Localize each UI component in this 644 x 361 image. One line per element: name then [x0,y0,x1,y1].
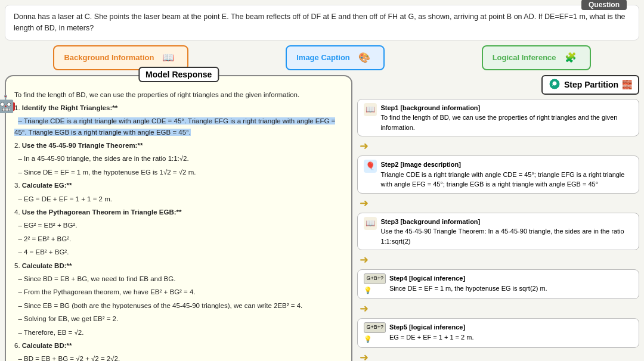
image-icon: 🎨 [355,50,374,66]
tag-caption[interactable]: Image Caption 🎨 [286,45,385,70]
blocks-icon: 🧱 [622,80,632,89]
step-4-lightbulb: 💡 [364,285,372,295]
step-3: 📖 Step3 [background information] Use the… [357,213,639,251]
tag-caption-label: Image Caption [296,53,350,62]
robot-icon: 🤖 [0,94,16,114]
step-4: G+B+? 💡 Step4 [logical inference] Since … [357,269,639,299]
step-1-icon: 📖 [364,103,377,116]
arrow-right-3: ➜ [360,253,369,266]
tags-row: Background Information 📖 Image Caption 🎨… [5,45,639,70]
model-response-title: Model Response [138,67,219,82]
book-icon: 📖 [159,50,178,66]
arrow-right-1: ➜ [360,139,369,153]
arrow-right-2: ➜ [360,197,369,210]
model-response-panel: Model Response 🤖 To find the length of B… [5,75,352,362]
step-partition-header: Step Partition 🧱 [357,75,639,95]
arrow-4: ➜ [357,302,639,315]
step-3-text: Use the 45-45-90 Triangle Theorem: In a … [380,228,624,245]
step-5-badge: G+B+? [364,322,386,333]
step-2-content: Step2 [image description] Triangle CDE i… [380,160,633,189]
tag-logical[interactable]: Logical Inference 🧩 [482,45,591,70]
step-partition-panel: Step Partition 🧱 📖 Step1 [background inf… [357,75,639,362]
step-2-text: Triangle CDE is a right triangle with an… [380,171,624,188]
arrow-right-5: ➜ [360,351,369,361]
model-response-content: To find the length of BD, we can use the… [14,89,343,362]
step-4-label: Step4 [logical inference] [389,275,465,282]
arrow-right-4: ➜ [360,302,369,315]
chatgpt-icon [549,78,561,92]
question-bar: Question Donna has a laser at C. She poi… [5,5,639,41]
arrow-5: ➜ [357,351,639,361]
step-partition-title: Step Partition 🧱 [541,75,639,95]
step-4-badge: G+B+? [364,273,386,284]
step-2: 🎈 Step2 [image description] Triangle CDE… [357,155,639,194]
arrow-1: ➜ [357,139,639,153]
step-2-icon: 🎈 [364,160,377,173]
step-5: G+B+? 💡 Step5 [logical inference] EG = D… [357,318,639,348]
arrow-2: ➜ [357,197,639,210]
step-1-text: To find the length of BD, we can use the… [380,114,617,131]
arrow-3: ➜ [357,253,639,266]
step-4-content: Step4 [logical inference] Since DE = EF … [389,273,633,293]
step-5-left: G+B+? 💡 [364,322,386,344]
step-3-icon: 📖 [364,217,377,230]
step-partition-label: Step Partition [564,80,618,89]
step-1: 📖 Step1 [background information] To find… [357,99,639,137]
question-text: Donna has a laser at C. She points the l… [14,11,630,34]
step-5-label: Step5 [logical inference] [389,323,465,331]
step-5-lightbulb: 💡 [364,334,372,344]
question-label: Question [581,0,627,10]
step-5-content: Step5 [logical inference] EG = DE + EF =… [389,322,633,342]
step-4-text: Since DE = EF = 1 m, the hypotenuse EG i… [389,285,547,292]
tag-logical-label: Logical Inference [493,53,556,62]
tag-bg-label: Background Information [64,53,154,62]
logic-icon: 🧩 [561,50,580,66]
step-4-left: G+B+? 💡 [364,273,386,295]
step-1-content: Step1 [background information] To find t… [380,103,633,133]
content-area: Model Response 🤖 To find the length of B… [5,75,639,362]
step-5-text: EG = DE + EF = 1 + 1 = 2 m. [389,334,474,341]
step-1-label: Step1 [background information] [380,104,480,111]
step-3-content: Step3 [background information] Use the 4… [380,217,633,247]
step-2-label: Step2 [image description] [380,161,460,168]
step-3-label: Step3 [background information] [380,218,480,225]
